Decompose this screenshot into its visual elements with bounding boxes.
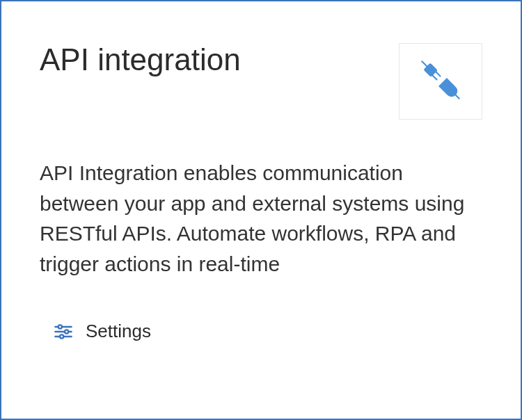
api-integration-card: API integration API Inte bbox=[0, 0, 522, 420]
svg-line-1 bbox=[436, 72, 441, 76]
settings-link[interactable]: Settings bbox=[54, 321, 482, 342]
plug-icon bbox=[416, 56, 465, 107]
sliders-icon bbox=[54, 322, 73, 341]
card-icon-container bbox=[399, 43, 482, 120]
settings-label: Settings bbox=[86, 321, 151, 342]
svg-point-9 bbox=[65, 330, 68, 333]
card-title: API integration bbox=[40, 43, 241, 76]
svg-line-3 bbox=[422, 61, 427, 66]
card-header: API integration bbox=[40, 43, 482, 120]
svg-line-4 bbox=[454, 94, 459, 99]
svg-point-10 bbox=[60, 334, 63, 338]
svg-point-8 bbox=[58, 325, 62, 328]
svg-line-2 bbox=[433, 76, 437, 80]
card-description: API Integration enables communication be… bbox=[40, 158, 482, 279]
